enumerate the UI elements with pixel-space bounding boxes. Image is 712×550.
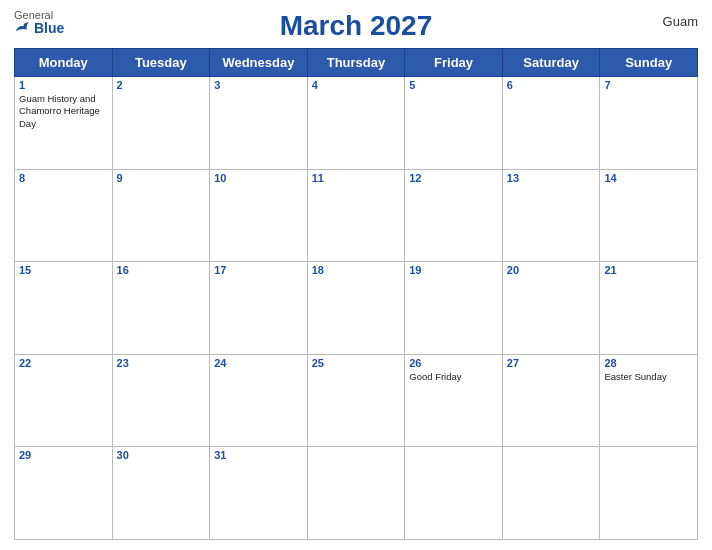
logo-bird-icon [14,21,32,35]
calendar-day-cell: 22 [15,354,113,447]
day-number: 8 [19,172,108,184]
day-number: 17 [214,264,303,276]
day-number: 5 [409,79,498,91]
day-number: 28 [604,357,693,369]
calendar-day-cell: 14 [600,169,698,262]
day-number: 21 [604,264,693,276]
calendar-day-cell: 29 [15,447,113,540]
calendar-day-cell: 31 [210,447,308,540]
calendar-day-cell: 15 [15,262,113,355]
day-number: 23 [117,357,206,369]
day-number: 19 [409,264,498,276]
day-number: 27 [507,357,596,369]
calendar-day-cell [502,447,600,540]
weekday-thursday: Thursday [307,49,405,77]
day-event: Good Friday [409,371,498,383]
calendar-day-cell: 3 [210,77,308,170]
calendar-day-cell: 8 [15,169,113,262]
calendar-day-cell: 26Good Friday [405,354,503,447]
calendar-day-cell: 16 [112,262,210,355]
day-number: 3 [214,79,303,91]
calendar-day-cell: 25 [307,354,405,447]
calendar-week-row: 891011121314 [15,169,698,262]
day-event: Guam History and Chamorro Heritage Day [19,93,108,130]
calendar-day-cell: 23 [112,354,210,447]
calendar-day-cell: 1Guam History and Chamorro Heritage Day [15,77,113,170]
calendar-day-cell: 6 [502,77,600,170]
calendar-day-cell: 27 [502,354,600,447]
logo: General Blue [14,10,64,35]
calendar-day-cell: 9 [112,169,210,262]
day-number: 25 [312,357,401,369]
day-number: 2 [117,79,206,91]
calendar-day-cell: 20 [502,262,600,355]
calendar-day-cell: 10 [210,169,308,262]
calendar-week-row: 2223242526Good Friday2728Easter Sunday [15,354,698,447]
calendar-day-cell: 28Easter Sunday [600,354,698,447]
day-number: 18 [312,264,401,276]
calendar-day-cell [307,447,405,540]
day-number: 6 [507,79,596,91]
day-number: 14 [604,172,693,184]
day-number: 20 [507,264,596,276]
calendar-day-cell: 18 [307,262,405,355]
day-number: 24 [214,357,303,369]
weekday-monday: Monday [15,49,113,77]
day-number: 29 [19,449,108,461]
day-number: 31 [214,449,303,461]
day-number: 10 [214,172,303,184]
day-number: 9 [117,172,206,184]
page: General Blue March 2027 Guam Monday Tues… [0,0,712,550]
calendar-title: March 2027 [280,10,433,42]
logo-blue-text: Blue [14,21,64,35]
weekday-wednesday: Wednesday [210,49,308,77]
calendar-day-cell: 5 [405,77,503,170]
weekday-saturday: Saturday [502,49,600,77]
calendar-region: Guam [663,14,698,29]
calendar-week-row: 1Guam History and Chamorro Heritage Day2… [15,77,698,170]
day-number: 15 [19,264,108,276]
weekday-header-row: Monday Tuesday Wednesday Thursday Friday… [15,49,698,77]
calendar-table: Monday Tuesday Wednesday Thursday Friday… [14,48,698,540]
weekday-friday: Friday [405,49,503,77]
calendar-day-cell: 30 [112,447,210,540]
calendar-day-cell: 19 [405,262,503,355]
day-number: 16 [117,264,206,276]
calendar-header: General Blue March 2027 Guam [14,10,698,42]
weekday-tuesday: Tuesday [112,49,210,77]
day-event: Easter Sunday [604,371,693,383]
day-number: 7 [604,79,693,91]
calendar-day-cell: 4 [307,77,405,170]
day-number: 26 [409,357,498,369]
day-number: 12 [409,172,498,184]
weekday-sunday: Sunday [600,49,698,77]
calendar-day-cell: 13 [502,169,600,262]
day-number: 22 [19,357,108,369]
calendar-day-cell [600,447,698,540]
calendar-day-cell: 21 [600,262,698,355]
calendar-day-cell: 12 [405,169,503,262]
calendar-day-cell: 24 [210,354,308,447]
calendar-week-row: 293031 [15,447,698,540]
calendar-day-cell: 2 [112,77,210,170]
day-number: 13 [507,172,596,184]
calendar-day-cell [405,447,503,540]
calendar-day-cell: 7 [600,77,698,170]
calendar-week-row: 15161718192021 [15,262,698,355]
day-number: 11 [312,172,401,184]
calendar-day-cell: 11 [307,169,405,262]
day-number: 1 [19,79,108,91]
day-number: 30 [117,449,206,461]
calendar-day-cell: 17 [210,262,308,355]
day-number: 4 [312,79,401,91]
